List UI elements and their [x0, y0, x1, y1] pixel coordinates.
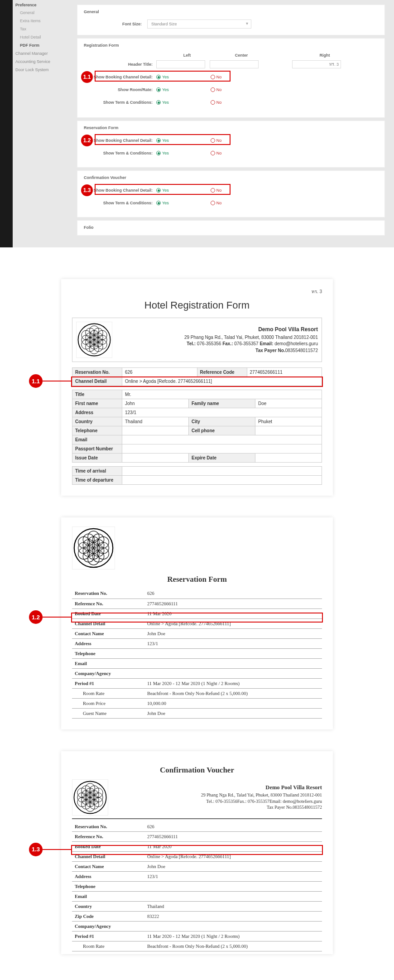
reg-table-guest: TitleMr. First nameJohn Family nameDoe A… [72, 390, 322, 463]
reg-show-channel-no[interactable]: No [211, 75, 222, 79]
confirmation-section: Confirmation Voucher Show Booking Channe… [77, 170, 385, 217]
sidebar-item-channel-manager[interactable]: Channel Manager [15, 49, 68, 58]
registration-section: Registration Form Left Center Right Head… [77, 38, 385, 118]
reg-show-terms-yes[interactable]: Yes [156, 100, 169, 105]
sidebar-item-general[interactable]: General [15, 9, 68, 17]
doc-badge-1-2: 1.2 [29, 610, 43, 624]
sidebar-title: Preference [15, 3, 68, 7]
res-show-channel-yes[interactable]: Yes [156, 138, 169, 143]
col-right: Right [298, 53, 352, 58]
conf-show-channel-label: Show Booking Channel Detail: [84, 188, 156, 193]
badge-1-1: 1.1 [81, 71, 93, 83]
reservation-title: Reservation Form [84, 126, 378, 130]
conf-show-channel-yes[interactable]: Yes [156, 188, 169, 193]
header-title-left[interactable] [156, 60, 205, 68]
hotel-logo-icon [72, 526, 115, 570]
reg-show-rate-no[interactable]: No [211, 87, 222, 92]
sidebar: Preference General Extra Items Tax Hotel… [0, 0, 68, 247]
reg-table-top: Reservation No.626 Reference Code2774652… [72, 367, 322, 386]
registration-title: Registration Form [84, 43, 378, 48]
header-title-label: Header Title: [84, 62, 156, 67]
general-section: General Font Size: Standard Size [77, 5, 385, 35]
header-title-center[interactable] [210, 60, 259, 68]
leader-1-1 [43, 381, 72, 381]
doc-badge-1-3: 1.3 [29, 843, 43, 856]
reg-show-channel-yes[interactable]: Yes [156, 75, 169, 79]
doc-conf-title: Confirmation Voucher [72, 766, 322, 775]
sidebar-item-tax[interactable]: Tax [15, 25, 68, 33]
hotel-logo-icon [72, 779, 108, 816]
general-title: General [84, 10, 378, 14]
sidebar-item-pdf-form[interactable]: PDF Form [15, 41, 68, 49]
res-show-terms-label: Show Term & Conditions: [84, 151, 156, 155]
folio-title: Folio [84, 225, 378, 230]
header-title-right[interactable] [292, 60, 341, 68]
leader-1-3 [43, 849, 72, 850]
settings-panel: Preference General Extra Items Tax Hotel… [0, 0, 394, 247]
badge-1-2: 1.2 [81, 135, 93, 146]
doc-res-title: Reservation Form [72, 575, 322, 584]
sidebar-item-door-lock[interactable]: Door Lock System [15, 66, 68, 74]
reservation-section: Reservation Form Show Booking Channel De… [77, 121, 385, 168]
hotel-info: Demo Pool Villa Resort 29 Phang Nga Rd.,… [108, 784, 322, 810]
reg-show-terms-no[interactable]: No [211, 100, 222, 105]
conf-show-terms-label: Show Term & Conditions: [84, 201, 156, 205]
col-left: Left [160, 53, 214, 58]
res-table: Reservation No.626 Reference No.27746526… [72, 589, 322, 719]
hotel-logo-icon [76, 322, 112, 358]
conf-show-channel-no[interactable]: No [211, 188, 222, 193]
badge-1-3: 1.3 [81, 184, 93, 196]
reg-show-channel-label: Show Booking Channel Detail: [84, 75, 156, 79]
doc-topcode: ทร. 3 [72, 288, 322, 295]
doc-badge-1-1: 1.1 [29, 374, 43, 388]
registration-form-doc: ทร. 3 Hotel Registration Form Demo Pool … [61, 279, 333, 496]
conf-table: Reservation No.626 Reference No.27746526… [72, 822, 322, 952]
reg-show-terms-label: Show Term & Conditions: [84, 100, 156, 105]
doc-reg-title: Hotel Registration Form [72, 299, 322, 311]
font-size-label: Font Size: [84, 22, 147, 26]
col-center: Center [214, 53, 269, 58]
reg-show-rate-label: Show Room/Rate: [84, 87, 156, 92]
res-show-channel-no[interactable]: No [211, 138, 222, 143]
sidebar-item-accounting[interactable]: Accounting Service [15, 58, 68, 66]
font-size-select[interactable]: Standard Size [147, 19, 251, 29]
reservation-form-doc: Reservation Form Reservation No.626 Refe… [61, 517, 333, 729]
conf-show-terms-no[interactable]: No [211, 201, 222, 205]
reg-table-time: Time of arrival Time of departure [72, 466, 322, 485]
conf-show-terms-yes[interactable]: Yes [156, 201, 169, 205]
confirmation-voucher-doc: Confirmation Voucher Demo Pool Villa Res… [61, 751, 333, 955]
sidebar-item-hotel-detail[interactable]: Hotel Detail [15, 33, 68, 41]
settings-content: General Font Size: Standard Size Registr… [68, 0, 394, 247]
folio-section: Folio [77, 220, 385, 236]
sidebar-item-extra-items[interactable]: Extra Items [15, 17, 68, 25]
reg-show-rate-yes[interactable]: Yes [156, 87, 169, 92]
res-show-terms-yes[interactable]: Yes [156, 151, 169, 155]
hotel-info: Demo Pool Villa Resort 29 Phang Nga Rd.,… [112, 326, 318, 354]
confirmation-title: Confirmation Voucher [84, 175, 378, 180]
res-show-channel-label: Show Booking Channel Detail: [84, 138, 156, 143]
leader-1-2 [43, 617, 72, 618]
res-show-terms-no[interactable]: No [211, 151, 222, 155]
